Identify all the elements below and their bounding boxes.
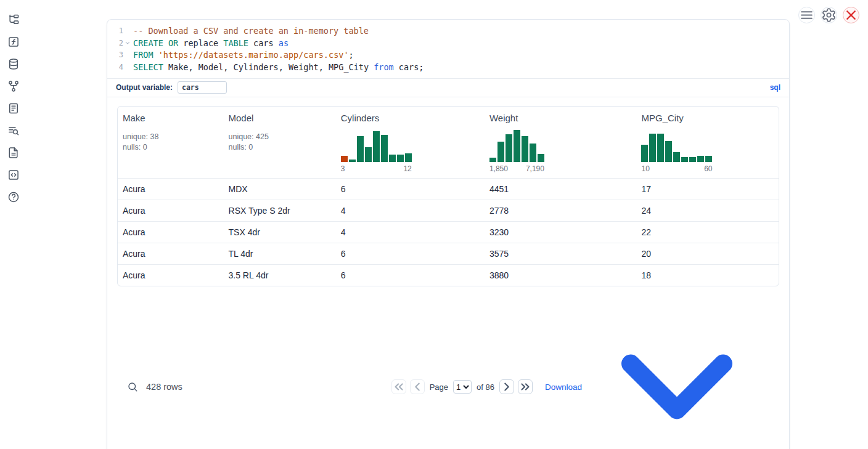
histogram-bar [341,156,348,162]
last-page-button[interactable] [518,379,533,394]
sql-code-editor[interactable]: 1-- Download a CSV and create an in-memo… [107,20,789,78]
page-select[interactable]: 1 [453,380,472,394]
histogram-bar [373,131,380,162]
histogram-axis: 312 [341,164,412,173]
first-page-button[interactable] [391,379,406,394]
histogram-axis: 1,8507,190 [489,164,544,173]
scratchpad-icon[interactable] [7,102,20,115]
column-histogram: 1,8507,190 [489,130,544,173]
row-count: 428 rows [146,382,182,392]
column-stats: unique: 425nulls: 0 [229,132,331,153]
table-header-row: Makeunique: 38nulls: 0Modelunique: 425nu… [118,107,779,178]
histogram-bar [381,135,388,162]
table-row: AcuraMDX6445117 [118,178,779,200]
table-cell: 3880 [485,265,637,286]
table-footer: 428 rows Page 1 of 86 Download [117,286,779,449]
histogram-bar [530,144,536,162]
language-badge: sql [770,83,780,92]
column-header: Cylinders312 [336,107,485,178]
column-header-label[interactable]: Cylinders [341,113,380,123]
table-cell: Acura [118,200,224,221]
help-icon[interactable] [7,191,20,203]
table-cell: MDX [224,179,336,200]
table-cell: 24 [636,200,778,221]
histogram-bar [657,134,664,162]
table-row: Acura3.5 RL 4dr6388018 [118,264,779,286]
column-header-label[interactable]: MPG_City [641,113,683,123]
code-line: 1-- Download a CSV and create an in-memo… [111,25,782,38]
line-number: 3 [111,49,123,62]
table-cell: 17 [636,179,778,200]
table-cell: Acura [118,179,224,200]
histogram-bar [697,156,704,162]
table-cell: 20 [636,243,778,264]
code-line: 4SELECT Make, Model, Cylinders, Weight, … [111,62,782,74]
histogram-bar [497,142,504,162]
table-cell: 3.5 RL 4dr [224,265,336,286]
search-icon[interactable] [127,381,138,392]
table-cell: 22 [636,222,778,243]
code-text: FROM 'https://datasets.marimo.app/cars.c… [131,49,354,62]
snippets-icon[interactable] [7,169,20,181]
output-variable-input[interactable] [178,81,227,94]
code-text: CREATE OR replace TABLE cars as [131,38,289,50]
table-row: AcuraTL 4dr6357520 [118,243,779,264]
table-cell: TL 4dr [224,243,336,264]
function-icon[interactable] [7,36,20,48]
notebook-main: 1-- Download a CSV and create an in-memo… [107,19,790,449]
table-cell: Acura [118,265,224,286]
download-button[interactable]: Download [545,294,769,449]
histogram-bar [665,141,672,162]
output-variable-label: Output variable: [116,83,173,92]
code-text: -- Download a CSV and create an in-memor… [131,25,369,38]
table-cell: RSX Type S 2dr [224,200,336,221]
histogram-bar [489,158,496,162]
table-cell: 4451 [485,179,637,200]
table-cell: TSX 4dr [224,222,336,243]
data-table: Makeunique: 38nulls: 0Modelunique: 425nu… [117,106,779,286]
page-label: Page [430,382,448,392]
column-header-label[interactable]: Make [123,113,145,123]
column-stats: unique: 38nulls: 0 [123,132,219,153]
close-button[interactable] [843,7,859,23]
documentation-icon[interactable] [7,147,20,159]
table-cell: 6 [336,179,485,200]
table-cell: 3230 [485,222,637,243]
column-header: MPG_City1060 [636,107,778,178]
pagination: Page 1 of 86 Download [391,294,769,449]
database-icon[interactable] [7,58,20,70]
table-cell: 3575 [485,243,637,264]
code-line: 3FROM 'https://datasets.marimo.app/cars.… [111,49,782,62]
next-page-button[interactable] [499,379,514,394]
histogram-bar [538,154,544,162]
column-header-label[interactable]: Weight [489,113,518,123]
settings-button[interactable] [821,7,837,23]
line-number: 1 [111,25,123,38]
histogram-bar [405,153,412,162]
table-body: AcuraMDX6445117AcuraRSX Type S 2dr427782… [118,178,779,286]
file-tree-icon[interactable] [7,14,20,26]
chevron-down-icon [584,294,769,449]
table-cell: 6 [336,243,485,264]
sidebar [0,0,27,203]
histogram-bar [673,152,680,162]
histogram-bar [705,156,712,162]
histogram-bar [649,134,656,162]
table-row: AcuraTSX 4dr4323022 [118,221,779,243]
page-total: of 86 [477,382,494,392]
table-row: AcuraRSX Type S 2dr4277824 [118,200,779,221]
column-header-label[interactable]: Model [229,113,254,123]
dependency-graph-icon[interactable] [7,80,20,92]
histogram-bar [365,147,372,162]
sql-cell: 1-- Download a CSV and create an in-memo… [107,19,790,449]
fold-chevron-icon[interactable] [123,38,131,50]
histogram-bar [349,160,356,162]
column-header: Makeunique: 38nulls: 0 [118,107,224,178]
code-text: SELECT Make, Model, Cylinders, Weight, M… [131,62,424,74]
column-header: Modelunique: 425nulls: 0 [224,107,336,178]
column-header: Weight1,8507,190 [485,107,637,178]
menu-button[interactable] [798,7,815,23]
output-variable-bar: Output variable: sql [107,78,789,97]
logs-icon[interactable] [7,124,20,137]
prev-page-button[interactable] [410,379,425,394]
